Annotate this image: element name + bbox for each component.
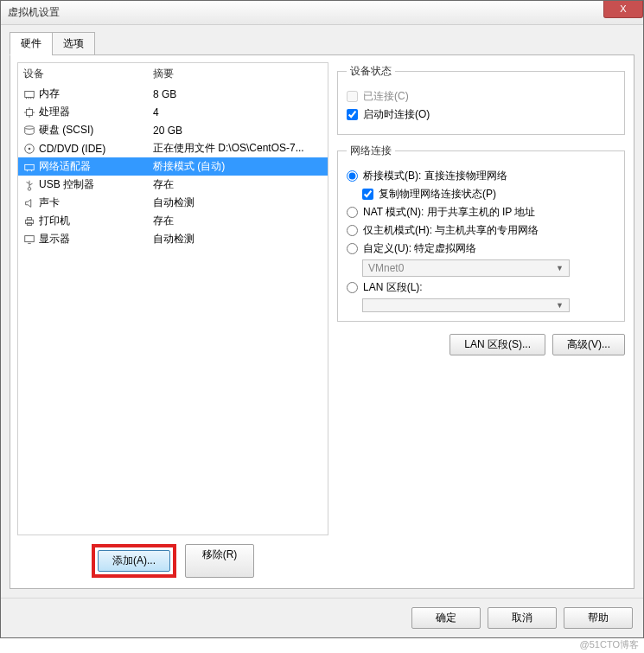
nat-label: NAT 模式(N): 用于共享主机的 IP 地址	[363, 205, 535, 220]
hardware-list-header: 设备 摘要	[18, 63, 328, 85]
svg-rect-0	[25, 91, 35, 97]
hw-row-cddvd[interactable]: CD/DVD (IDE) 正在使用文件 D:\OS\CentOS-7...	[18, 139, 328, 157]
device-label: 内存	[39, 86, 60, 101]
hw-row-usb[interactable]: USB 控制器 存在	[18, 176, 328, 194]
svg-rect-13	[25, 164, 35, 170]
bridged-label: 桥接模式(B): 直接连接物理网络	[363, 169, 507, 183]
device-label: USB 控制器	[39, 177, 94, 192]
titlebar: 虚拟机设置 X	[1, 1, 643, 25]
header-device: 设备	[23, 67, 153, 81]
tab-options[interactable]: 选项	[52, 32, 95, 55]
device-summary: 自动检测	[153, 232, 322, 246]
hw-row-memory[interactable]: 内存 8 GB	[18, 85, 328, 103]
hw-row-disk[interactable]: 硬盘 (SCSI) 20 GB	[18, 121, 328, 139]
hw-row-sound[interactable]: 声卡 自动检测	[18, 194, 328, 212]
network-legend: 网络连接	[347, 144, 395, 158]
connected-checkbox	[347, 91, 358, 102]
device-summary: 自动检测	[153, 195, 322, 210]
connect-poweron-checkbox[interactable]	[347, 109, 358, 120]
replicate-checkbox[interactable]	[362, 189, 373, 200]
device-summary: 存在	[153, 214, 322, 228]
add-button[interactable]: 添加(A)...	[98, 550, 170, 572]
svg-point-12	[29, 147, 31, 150]
hostonly-label: 仅主机模式(H): 与主机共享的专用网络	[363, 223, 539, 238]
custom-network-value: VMnet0	[368, 262, 404, 274]
connect-poweron-label: 启动时连接(O)	[363, 107, 430, 122]
device-label: CD/DVD (IDE)	[39, 143, 105, 155]
svg-line-18	[27, 182, 30, 183]
printer-icon	[23, 215, 35, 227]
nat-radio[interactable]	[347, 207, 358, 218]
watermark: @51CTO博客	[580, 638, 639, 651]
hw-row-cpu[interactable]: 处理器 4	[18, 103, 328, 121]
custom-radio[interactable]	[347, 243, 358, 254]
vm-settings-dialog: 虚拟机设置 X 硬件 选项 设备 摘要 内存 8 GB	[0, 0, 644, 638]
display-icon	[23, 234, 35, 246]
window-title: 虚拟机设置	[8, 5, 60, 20]
device-label: 打印机	[39, 214, 70, 228]
chevron-down-icon: ▼	[556, 264, 564, 272]
device-label: 处理器	[39, 105, 70, 119]
annotation-highlight: 添加(A)...	[92, 544, 176, 578]
device-label: 网络适配器	[39, 159, 91, 174]
hw-row-printer[interactable]: 打印机 存在	[18, 212, 328, 230]
hw-row-display[interactable]: 显示器 自动检测	[18, 230, 328, 248]
tabbar: 硬件 选项	[10, 32, 634, 55]
custom-network-select: VMnet0 ▼	[362, 259, 570, 277]
hardware-list: 设备 摘要 内存 8 GB 处理器 4 硬盘 (SCSI) 20 GB	[17, 62, 328, 535]
ok-button[interactable]: 确定	[411, 607, 481, 629]
cd-icon	[23, 143, 35, 155]
svg-point-16	[28, 187, 31, 190]
device-summary: 正在使用文件 D:\OS\CentOS-7...	[153, 141, 322, 156]
device-status-legend: 设备状态	[347, 64, 395, 79]
dialog-button-bar: 确定 取消 帮助	[1, 598, 643, 637]
lan-segments-button[interactable]: LAN 区段(S)...	[450, 334, 545, 355]
network-icon	[23, 161, 35, 173]
svg-point-10	[25, 125, 35, 129]
cpu-icon	[23, 106, 35, 118]
device-summary: 8 GB	[153, 88, 322, 100]
device-summary: 20 GB	[153, 125, 322, 137]
svg-rect-21	[27, 217, 31, 220]
device-summary: 存在	[153, 177, 322, 192]
hostonly-radio[interactable]	[347, 225, 358, 236]
advanced-button[interactable]: 高级(V)...	[552, 334, 625, 355]
network-connection-group: 网络连接 桥接模式(B): 直接连接物理网络 复制物理网络连接状态(P) NAT…	[337, 144, 625, 322]
lan-label: LAN 区段(L):	[363, 280, 423, 295]
tab-hardware[interactable]: 硬件	[10, 32, 53, 55]
cancel-button[interactable]: 取消	[488, 607, 557, 629]
header-summary: 摘要	[153, 67, 322, 81]
device-status-group: 设备状态 已连接(C) 启动时连接(O)	[337, 64, 625, 135]
device-summary: 桥接模式 (自动)	[153, 159, 322, 174]
device-summary: 4	[153, 106, 322, 118]
chevron-down-icon: ▼	[556, 301, 564, 310]
sound-icon	[23, 197, 35, 209]
device-label: 声卡	[39, 195, 60, 210]
lan-radio[interactable]	[347, 282, 358, 293]
svg-rect-23	[25, 235, 35, 241]
remove-button[interactable]: 移除(R)	[185, 544, 254, 578]
help-button[interactable]: 帮助	[564, 607, 633, 629]
device-label: 硬盘 (SCSI)	[39, 123, 93, 138]
bridged-radio[interactable]	[347, 170, 358, 182]
hw-row-network[interactable]: 网络适配器 桥接模式 (自动)	[18, 157, 328, 176]
disk-icon	[23, 125, 35, 137]
svg-rect-5	[27, 109, 33, 115]
replicate-label: 复制物理网络连接状态(P)	[379, 187, 496, 202]
svg-line-19	[29, 183, 33, 185]
lan-segment-select: ▼	[362, 298, 570, 312]
device-label: 显示器	[39, 232, 70, 246]
usb-icon	[23, 179, 35, 191]
connected-label: 已连接(C)	[363, 89, 409, 104]
memory-icon	[23, 88, 35, 100]
close-button[interactable]: X	[603, 1, 643, 18]
custom-label: 自定义(U): 特定虚拟网络	[363, 241, 476, 256]
